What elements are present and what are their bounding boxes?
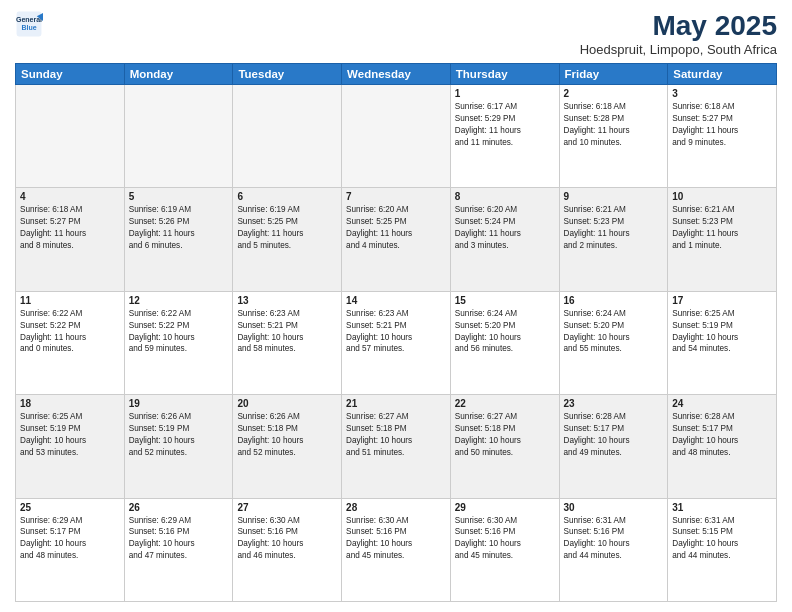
calendar-cell <box>124 85 233 188</box>
day-info: Sunrise: 6:22 AMSunset: 5:22 PMDaylight:… <box>129 308 229 356</box>
day-info: Sunrise: 6:19 AMSunset: 5:26 PMDaylight:… <box>129 204 229 252</box>
calendar-cell: 6Sunrise: 6:19 AMSunset: 5:25 PMDaylight… <box>233 188 342 291</box>
calendar-cell: 8Sunrise: 6:20 AMSunset: 5:24 PMDaylight… <box>450 188 559 291</box>
week-row-2: 4Sunrise: 6:18 AMSunset: 5:27 PMDaylight… <box>16 188 777 291</box>
calendar-table: SundayMondayTuesdayWednesdayThursdayFrid… <box>15 63 777 602</box>
calendar-cell: 4Sunrise: 6:18 AMSunset: 5:27 PMDaylight… <box>16 188 125 291</box>
calendar-cell: 12Sunrise: 6:22 AMSunset: 5:22 PMDayligh… <box>124 291 233 394</box>
day-info: Sunrise: 6:21 AMSunset: 5:23 PMDaylight:… <box>564 204 664 252</box>
day-number: 12 <box>129 295 229 306</box>
calendar-cell <box>233 85 342 188</box>
day-number: 30 <box>564 502 664 513</box>
column-header-saturday: Saturday <box>668 64 777 85</box>
day-number: 9 <box>564 191 664 202</box>
header-row: SundayMondayTuesdayWednesdayThursdayFrid… <box>16 64 777 85</box>
day-number: 2 <box>564 88 664 99</box>
day-number: 24 <box>672 398 772 409</box>
calendar-cell: 23Sunrise: 6:28 AMSunset: 5:17 PMDayligh… <box>559 395 668 498</box>
column-header-friday: Friday <box>559 64 668 85</box>
day-number: 11 <box>20 295 120 306</box>
day-number: 1 <box>455 88 555 99</box>
logo: General Blue <box>15 10 43 38</box>
calendar-cell: 11Sunrise: 6:22 AMSunset: 5:22 PMDayligh… <box>16 291 125 394</box>
calendar-cell <box>16 85 125 188</box>
header: General Blue May 2025 Hoedspruit, Limpop… <box>15 10 777 57</box>
day-number: 29 <box>455 502 555 513</box>
calendar-cell: 5Sunrise: 6:19 AMSunset: 5:26 PMDaylight… <box>124 188 233 291</box>
svg-text:Blue: Blue <box>21 24 36 31</box>
day-info: Sunrise: 6:18 AMSunset: 5:27 PMDaylight:… <box>20 204 120 252</box>
day-info: Sunrise: 6:30 AMSunset: 5:16 PMDaylight:… <box>237 515 337 563</box>
day-number: 25 <box>20 502 120 513</box>
day-info: Sunrise: 6:20 AMSunset: 5:24 PMDaylight:… <box>455 204 555 252</box>
day-number: 21 <box>346 398 446 409</box>
day-info: Sunrise: 6:24 AMSunset: 5:20 PMDaylight:… <box>564 308 664 356</box>
calendar-cell: 15Sunrise: 6:24 AMSunset: 5:20 PMDayligh… <box>450 291 559 394</box>
day-info: Sunrise: 6:20 AMSunset: 5:25 PMDaylight:… <box>346 204 446 252</box>
calendar-cell: 28Sunrise: 6:30 AMSunset: 5:16 PMDayligh… <box>342 498 451 601</box>
calendar-cell: 3Sunrise: 6:18 AMSunset: 5:27 PMDaylight… <box>668 85 777 188</box>
day-number: 20 <box>237 398 337 409</box>
day-number: 8 <box>455 191 555 202</box>
day-info: Sunrise: 6:29 AMSunset: 5:16 PMDaylight:… <box>129 515 229 563</box>
day-number: 31 <box>672 502 772 513</box>
calendar-cell: 2Sunrise: 6:18 AMSunset: 5:28 PMDaylight… <box>559 85 668 188</box>
column-header-monday: Monday <box>124 64 233 85</box>
day-info: Sunrise: 6:19 AMSunset: 5:25 PMDaylight:… <box>237 204 337 252</box>
calendar-cell: 9Sunrise: 6:21 AMSunset: 5:23 PMDaylight… <box>559 188 668 291</box>
day-info: Sunrise: 6:28 AMSunset: 5:17 PMDaylight:… <box>672 411 772 459</box>
column-header-tuesday: Tuesday <box>233 64 342 85</box>
week-row-3: 11Sunrise: 6:22 AMSunset: 5:22 PMDayligh… <box>16 291 777 394</box>
day-number: 7 <box>346 191 446 202</box>
day-number: 26 <box>129 502 229 513</box>
day-number: 28 <box>346 502 446 513</box>
calendar-cell: 27Sunrise: 6:30 AMSunset: 5:16 PMDayligh… <box>233 498 342 601</box>
day-info: Sunrise: 6:26 AMSunset: 5:18 PMDaylight:… <box>237 411 337 459</box>
week-row-1: 1Sunrise: 6:17 AMSunset: 5:29 PMDaylight… <box>16 85 777 188</box>
calendar-cell: 31Sunrise: 6:31 AMSunset: 5:15 PMDayligh… <box>668 498 777 601</box>
column-header-wednesday: Wednesday <box>342 64 451 85</box>
day-info: Sunrise: 6:30 AMSunset: 5:16 PMDaylight:… <box>455 515 555 563</box>
calendar-cell: 17Sunrise: 6:25 AMSunset: 5:19 PMDayligh… <box>668 291 777 394</box>
day-info: Sunrise: 6:17 AMSunset: 5:29 PMDaylight:… <box>455 101 555 149</box>
day-number: 19 <box>129 398 229 409</box>
calendar-cell: 19Sunrise: 6:26 AMSunset: 5:19 PMDayligh… <box>124 395 233 498</box>
day-info: Sunrise: 6:25 AMSunset: 5:19 PMDaylight:… <box>20 411 120 459</box>
calendar-cell: 10Sunrise: 6:21 AMSunset: 5:23 PMDayligh… <box>668 188 777 291</box>
page: General Blue May 2025 Hoedspruit, Limpop… <box>0 0 792 612</box>
calendar-cell: 25Sunrise: 6:29 AMSunset: 5:17 PMDayligh… <box>16 498 125 601</box>
title-block: May 2025 Hoedspruit, Limpopo, South Afri… <box>580 10 777 57</box>
column-header-sunday: Sunday <box>16 64 125 85</box>
calendar-cell: 14Sunrise: 6:23 AMSunset: 5:21 PMDayligh… <box>342 291 451 394</box>
calendar-cell: 22Sunrise: 6:27 AMSunset: 5:18 PMDayligh… <box>450 395 559 498</box>
calendar-cell: 20Sunrise: 6:26 AMSunset: 5:18 PMDayligh… <box>233 395 342 498</box>
calendar-cell: 26Sunrise: 6:29 AMSunset: 5:16 PMDayligh… <box>124 498 233 601</box>
calendar-cell: 21Sunrise: 6:27 AMSunset: 5:18 PMDayligh… <box>342 395 451 498</box>
day-number: 14 <box>346 295 446 306</box>
day-number: 27 <box>237 502 337 513</box>
calendar-cell: 1Sunrise: 6:17 AMSunset: 5:29 PMDaylight… <box>450 85 559 188</box>
calendar-cell <box>342 85 451 188</box>
week-row-5: 25Sunrise: 6:29 AMSunset: 5:17 PMDayligh… <box>16 498 777 601</box>
day-info: Sunrise: 6:29 AMSunset: 5:17 PMDaylight:… <box>20 515 120 563</box>
calendar-cell: 7Sunrise: 6:20 AMSunset: 5:25 PMDaylight… <box>342 188 451 291</box>
day-number: 17 <box>672 295 772 306</box>
location: Hoedspruit, Limpopo, South Africa <box>580 42 777 57</box>
day-info: Sunrise: 6:31 AMSunset: 5:16 PMDaylight:… <box>564 515 664 563</box>
day-number: 3 <box>672 88 772 99</box>
day-info: Sunrise: 6:23 AMSunset: 5:21 PMDaylight:… <box>237 308 337 356</box>
calendar-cell: 16Sunrise: 6:24 AMSunset: 5:20 PMDayligh… <box>559 291 668 394</box>
day-number: 16 <box>564 295 664 306</box>
day-info: Sunrise: 6:30 AMSunset: 5:16 PMDaylight:… <box>346 515 446 563</box>
calendar-cell: 29Sunrise: 6:30 AMSunset: 5:16 PMDayligh… <box>450 498 559 601</box>
day-number: 6 <box>237 191 337 202</box>
column-header-thursday: Thursday <box>450 64 559 85</box>
day-info: Sunrise: 6:21 AMSunset: 5:23 PMDaylight:… <box>672 204 772 252</box>
day-info: Sunrise: 6:18 AMSunset: 5:27 PMDaylight:… <box>672 101 772 149</box>
day-info: Sunrise: 6:27 AMSunset: 5:18 PMDaylight:… <box>455 411 555 459</box>
day-number: 5 <box>129 191 229 202</box>
svg-text:General: General <box>16 16 42 23</box>
day-number: 13 <box>237 295 337 306</box>
calendar-cell: 13Sunrise: 6:23 AMSunset: 5:21 PMDayligh… <box>233 291 342 394</box>
week-row-4: 18Sunrise: 6:25 AMSunset: 5:19 PMDayligh… <box>16 395 777 498</box>
